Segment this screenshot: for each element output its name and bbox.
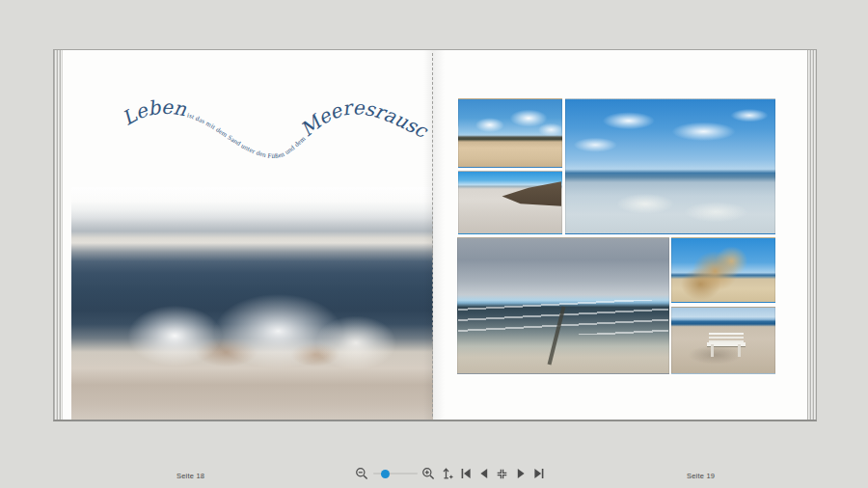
zoom-in-icon <box>421 467 436 481</box>
photo-dune-path[interactable] <box>458 171 562 234</box>
last-page-icon <box>533 468 545 479</box>
groyne-shape <box>548 306 566 365</box>
page-number-right: Seite 19 <box>687 472 715 480</box>
last-page-button[interactable] <box>531 467 546 481</box>
photo-crashing-wave[interactable] <box>71 187 441 420</box>
quote-middle-text: ist das mit dem Sand unter den Füßen und… <box>184 111 309 160</box>
zoom-slider[interactable] <box>373 467 418 480</box>
quote-end-text: im Ohr <box>80 83 86 91</box>
photo-beach-bench[interactable] <box>671 307 775 374</box>
zoom-slider-track[interactable] <box>373 473 418 474</box>
first-page-button[interactable] <box>458 467 473 481</box>
editor-canvas: Leben ist das mit dem Sand unter den Füß… <box>0 0 868 488</box>
grass-shape <box>672 238 774 302</box>
page-stack-right <box>807 50 816 420</box>
previous-page-icon <box>478 468 490 479</box>
quote-word-leben: Leben <box>118 95 188 130</box>
spread-fold-line <box>432 53 433 417</box>
auto-zoom-icon <box>441 467 454 480</box>
next-page-icon <box>515 468 527 479</box>
page-stack-left <box>54 50 63 420</box>
photo-sea-cloud-reflections[interactable] <box>565 98 775 234</box>
svg-text:Leben ist das mit dem Sand unt: Leben ist das mit dem Sand unter den Füß… <box>77 70 463 170</box>
zoom-out-icon <box>355 467 369 481</box>
photobook-spread: Leben ist das mit dem Sand unter den Füß… <box>53 49 817 421</box>
photo-dune-grass[interactable] <box>671 237 775 303</box>
next-page-button[interactable] <box>513 467 528 481</box>
zoom-in-button[interactable] <box>421 467 436 481</box>
zoom-slider-knob[interactable] <box>381 470 390 478</box>
auto-zoom-button[interactable] <box>440 467 454 481</box>
page-number-left: Seite 18 <box>176 472 204 480</box>
previous-page-button[interactable] <box>476 467 491 481</box>
bench-shape <box>705 333 747 358</box>
photo-waves-with-groyne[interactable] <box>457 237 669 374</box>
first-page-icon <box>460 468 472 479</box>
bottom-toolbar <box>355 465 546 482</box>
page-18[interactable]: Leben ist das mit dem Sand unter den Füß… <box>63 50 433 420</box>
dune-shape <box>459 172 561 233</box>
photo-beach-with-clouds[interactable] <box>458 98 562 168</box>
fit-spread-button[interactable] <box>495 467 509 481</box>
zoom-out-button[interactable] <box>355 467 369 481</box>
page-19[interactable] <box>433 50 809 420</box>
fit-spread-icon <box>496 468 508 480</box>
